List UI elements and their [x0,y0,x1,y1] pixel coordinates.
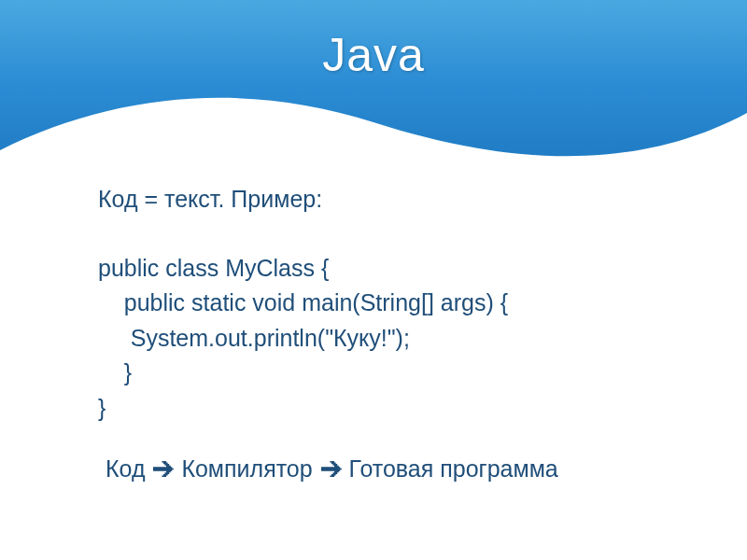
code-line-1: public class MyClass { [98,251,658,287]
code-line-4: } [98,356,658,391]
code-line-3: System.out.println("Куку!"); [98,321,658,357]
intro-text: Код = текст. Пример: [98,182,658,217]
code-line-5: } [98,391,658,427]
flow-text: Код 🡪 Компилятор 🡪 Готовая программа [106,452,658,487]
spacer [98,217,658,251]
code-line-2: public static void main(String[] args) { [98,286,658,321]
slide-content: Код = текст. Пример: public class MyClas… [98,182,658,487]
wave-shape [0,85,747,169]
header-wave-banner [0,0,747,168]
slide-title: Java [0,28,747,82]
